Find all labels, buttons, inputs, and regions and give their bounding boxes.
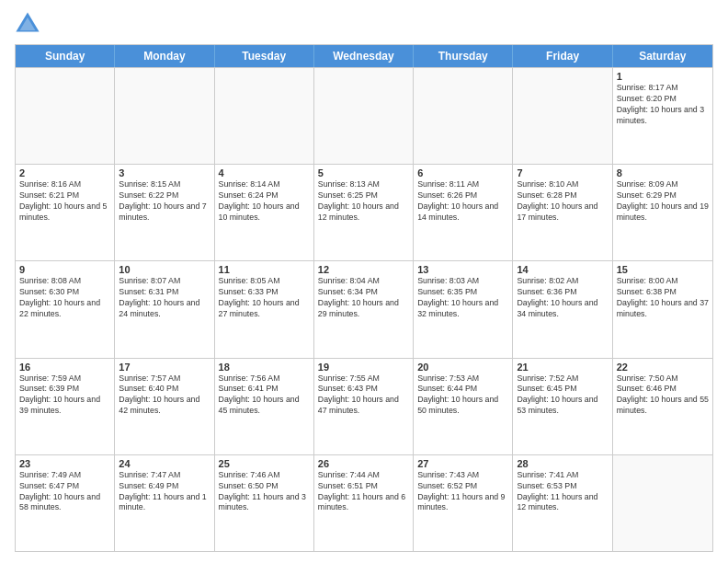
day-number: 8 [617,167,709,178]
day-info: Sunrise: 8:04 AM Sunset: 6:34 PM Dayligh… [318,276,409,320]
logo-icon [15,11,40,37]
day-info: Sunrise: 8:03 AM Sunset: 6:35 PM Dayligh… [417,276,508,320]
day-number: 7 [517,167,608,178]
day-cell-22: 22Sunrise: 7:50 AM Sunset: 6:46 PM Dayli… [613,359,712,454]
day-info: Sunrise: 8:05 AM Sunset: 6:33 PM Dayligh… [219,276,310,320]
empty-cell [16,68,115,164]
day-cell-7: 7Sunrise: 8:10 AM Sunset: 6:28 PM Daylig… [513,165,612,260]
day-cell-12: 12Sunrise: 8:04 AM Sunset: 6:34 PM Dayli… [314,261,414,357]
day-number: 12 [318,264,409,275]
day-cell-13: 13Sunrise: 8:03 AM Sunset: 6:35 PM Dayli… [414,261,513,357]
day-number: 3 [119,167,210,178]
day-info: Sunrise: 8:14 AM Sunset: 6:24 PM Dayligh… [219,179,310,224]
day-cell-16: 16Sunrise: 7:59 AM Sunset: 6:39 PM Dayli… [16,359,115,454]
calendar-body: 1Sunrise: 8:17 AM Sunset: 6:20 PM Daylig… [16,67,712,551]
day-cell-10: 10Sunrise: 8:07 AM Sunset: 6:31 PM Dayli… [115,261,214,357]
header-day-thursday: Thursday [414,45,513,67]
day-cell-5: 5Sunrise: 8:13 AM Sunset: 6:25 PM Daylig… [314,165,414,260]
day-number: 18 [219,362,310,373]
day-info: Sunrise: 8:16 AM Sunset: 6:21 PM Dayligh… [19,179,110,224]
day-number: 2 [19,167,110,178]
day-info: Sunrise: 7:59 AM Sunset: 6:39 PM Dayligh… [19,373,110,418]
day-info: Sunrise: 8:08 AM Sunset: 6:30 PM Dayligh… [19,276,110,320]
day-cell-17: 17Sunrise: 7:57 AM Sunset: 6:40 PM Dayli… [115,359,214,454]
empty-cell [613,455,712,551]
day-number: 25 [219,458,310,469]
calendar-week-4: 16Sunrise: 7:59 AM Sunset: 6:39 PM Dayli… [16,358,712,454]
day-number: 23 [19,458,110,469]
day-number: 10 [119,264,210,275]
day-number: 14 [517,264,608,275]
day-number: 15 [617,264,709,275]
header-day-monday: Monday [115,45,214,67]
day-number: 21 [517,362,608,373]
day-cell-23: 23Sunrise: 7:49 AM Sunset: 6:47 PM Dayli… [16,455,115,551]
header [15,11,713,37]
day-cell-6: 6Sunrise: 8:11 AM Sunset: 6:26 PM Daylig… [414,165,513,260]
day-number: 27 [417,458,508,469]
calendar-header: SundayMondayTuesdayWednesdayThursdayFrid… [16,45,712,67]
day-info: Sunrise: 7:50 AM Sunset: 6:46 PM Dayligh… [617,373,709,418]
day-info: Sunrise: 7:57 AM Sunset: 6:40 PM Dayligh… [119,373,210,418]
day-cell-2: 2Sunrise: 8:16 AM Sunset: 6:21 PM Daylig… [16,165,115,260]
day-info: Sunrise: 7:56 AM Sunset: 6:41 PM Dayligh… [219,373,310,418]
empty-cell [215,68,314,164]
day-number: 1 [617,71,709,82]
day-info: Sunrise: 8:07 AM Sunset: 6:31 PM Dayligh… [119,276,210,320]
day-info: Sunrise: 7:47 AM Sunset: 6:49 PM Dayligh… [119,470,210,514]
day-info: Sunrise: 7:53 AM Sunset: 6:44 PM Dayligh… [417,373,508,418]
header-day-wednesday: Wednesday [314,45,414,67]
day-info: Sunrise: 8:10 AM Sunset: 6:28 PM Dayligh… [517,179,608,224]
calendar: SundayMondayTuesdayWednesdayThursdayFrid… [15,44,713,552]
day-number: 17 [119,362,210,373]
day-number: 19 [318,362,409,373]
day-info: Sunrise: 7:43 AM Sunset: 6:52 PM Dayligh… [417,470,508,514]
day-number: 22 [617,362,709,373]
empty-cell [314,68,414,164]
day-cell-11: 11Sunrise: 8:05 AM Sunset: 6:33 PM Dayli… [215,261,314,357]
calendar-week-1: 1Sunrise: 8:17 AM Sunset: 6:20 PM Daylig… [16,67,712,164]
calendar-week-5: 23Sunrise: 7:49 AM Sunset: 6:47 PM Dayli… [16,454,712,551]
day-cell-21: 21Sunrise: 7:52 AM Sunset: 6:45 PM Dayli… [513,359,612,454]
day-number: 9 [19,264,110,275]
day-cell-18: 18Sunrise: 7:56 AM Sunset: 6:41 PM Dayli… [215,359,314,454]
day-info: Sunrise: 7:44 AM Sunset: 6:51 PM Dayligh… [318,470,409,514]
day-number: 6 [417,167,508,178]
empty-cell [414,68,513,164]
empty-cell [115,68,214,164]
day-number: 4 [219,167,310,178]
day-info: Sunrise: 8:11 AM Sunset: 6:26 PM Dayligh… [417,179,508,224]
day-info: Sunrise: 8:13 AM Sunset: 6:25 PM Dayligh… [318,179,409,224]
day-info: Sunrise: 7:55 AM Sunset: 6:43 PM Dayligh… [318,373,409,418]
day-number: 24 [119,458,210,469]
calendar-week-2: 2Sunrise: 8:16 AM Sunset: 6:21 PM Daylig… [16,164,712,260]
day-cell-4: 4Sunrise: 8:14 AM Sunset: 6:24 PM Daylig… [215,165,314,260]
day-cell-19: 19Sunrise: 7:55 AM Sunset: 6:43 PM Dayli… [314,359,414,454]
day-number: 26 [318,458,409,469]
day-number: 5 [318,167,409,178]
day-cell-27: 27Sunrise: 7:43 AM Sunset: 6:52 PM Dayli… [414,455,513,551]
day-info: Sunrise: 7:41 AM Sunset: 6:53 PM Dayligh… [517,470,608,514]
day-cell-9: 9Sunrise: 8:08 AM Sunset: 6:30 PM Daylig… [16,261,115,357]
day-info: Sunrise: 8:15 AM Sunset: 6:22 PM Dayligh… [119,179,210,224]
day-cell-20: 20Sunrise: 7:53 AM Sunset: 6:44 PM Dayli… [414,359,513,454]
day-info: Sunrise: 8:00 AM Sunset: 6:38 PM Dayligh… [617,276,709,320]
day-info: Sunrise: 7:52 AM Sunset: 6:45 PM Dayligh… [517,373,608,418]
day-cell-14: 14Sunrise: 8:02 AM Sunset: 6:36 PM Dayli… [513,261,612,357]
day-number: 28 [517,458,608,469]
day-number: 11 [219,264,310,275]
page: SundayMondayTuesdayWednesdayThursdayFrid… [0,0,728,563]
header-day-friday: Friday [513,45,612,67]
logo [15,15,44,37]
day-cell-1: 1Sunrise: 8:17 AM Sunset: 6:20 PM Daylig… [613,68,712,164]
day-info: Sunrise: 8:02 AM Sunset: 6:36 PM Dayligh… [517,276,608,320]
header-day-saturday: Saturday [613,45,712,67]
day-cell-28: 28Sunrise: 7:41 AM Sunset: 6:53 PM Dayli… [513,455,612,551]
day-number: 13 [417,264,508,275]
day-info: Sunrise: 8:09 AM Sunset: 6:29 PM Dayligh… [617,179,709,224]
day-info: Sunrise: 8:17 AM Sunset: 6:20 PM Dayligh… [617,83,709,127]
day-number: 20 [417,362,508,373]
day-cell-25: 25Sunrise: 7:46 AM Sunset: 6:50 PM Dayli… [215,455,314,551]
day-info: Sunrise: 7:46 AM Sunset: 6:50 PM Dayligh… [219,470,310,514]
header-day-sunday: Sunday [16,45,115,67]
